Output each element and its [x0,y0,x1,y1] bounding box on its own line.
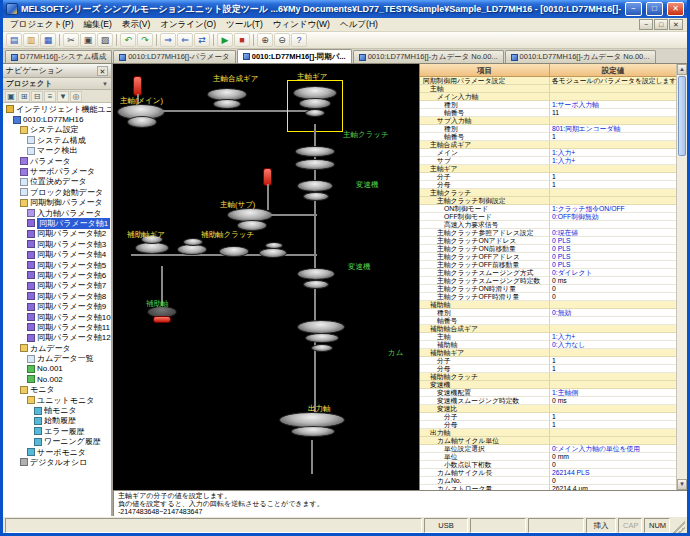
parameter-value[interactable] [550,141,676,149]
parameter-name[interactable]: 分子 [420,357,550,365]
parameter-name[interactable]: 小数点以下桁数 [420,461,550,469]
parameter-value[interactable]: 1 [550,133,676,141]
parameter-name[interactable]: 主軸クラッチ参照アドレス設定 [420,229,550,237]
parameter-value[interactable] [550,189,676,197]
parameter-name[interactable]: 主軸クラッチ制御設定 [420,197,550,205]
open-project-icon[interactable]: ▥ [23,33,39,47]
parameter-setting-icon[interactable]: ▣ [5,91,17,102]
write-to-module-icon[interactable]: ⇒ [160,33,176,47]
parameter-value[interactable] [550,197,676,205]
close-button[interactable]: ✕ [667,2,684,16]
parameter-value[interactable]: 0:OFF制御無効 [550,213,676,221]
scroll-up-icon[interactable]: ▲ [677,64,687,75]
parameter-value[interactable]: 262144 PLS [550,469,676,477]
project-section-bar[interactable]: プロジェクト ▼ [3,78,111,90]
tree-item[interactable]: カムデータ [3,343,111,353]
tree-item[interactable]: 0010:LD77MH16 [3,114,111,124]
parameter-value[interactable] [550,373,676,381]
parameter-name[interactable]: 分母 [420,365,550,373]
parameter-value[interactable]: 1 [550,413,676,421]
tree-item[interactable]: モニタ [3,385,111,395]
new-project-icon[interactable]: ▤ [6,33,22,47]
parameter-value[interactable] [550,405,676,413]
parameter-value[interactable]: 0 PLS [550,261,676,269]
parameter-value[interactable]: 0 [550,461,676,469]
tree-item[interactable]: システム構成 [3,135,111,145]
tree-item[interactable]: 同期パラメータ軸4 [3,249,111,259]
tree-item[interactable]: 同期パラメータ軸11 [3,322,111,332]
save-project-icon[interactable]: ▦ [40,33,56,47]
verify-icon[interactable]: ⇄ [194,33,210,47]
parameter-value[interactable]: 1:主軸側 [550,389,676,397]
parameter-value[interactable]: 801:同期エンコーダ軸 [550,125,676,133]
tree-item[interactable]: 同期パラメータ軸9 [3,301,111,311]
close-navigation-icon[interactable]: ✕ [97,66,108,76]
parameter-value[interactable]: 1:入力+ [550,149,676,157]
parameter-name[interactable]: 高速入力要求信号 [420,221,550,229]
parameter-name[interactable]: 変速機配置 [420,389,550,397]
tree-item[interactable]: 同期パラメータ軸1 [3,218,111,228]
scrollbar-track[interactable] [677,157,687,479]
parameter-name[interactable]: 分子 [420,413,550,421]
tree-item[interactable]: デジタルオシロ [3,457,111,467]
find-icon[interactable]: ◎ [70,91,82,102]
parameter-name[interactable]: 軸番号 [420,133,550,141]
tree-item[interactable]: システム設定 [3,125,111,135]
parameter-name[interactable]: 単位設定選択 [420,445,550,453]
parameter-name[interactable]: 補助軸ギア [420,349,550,357]
parameter-value[interactable] [550,317,676,325]
parameter-value[interactable]: 1 [550,173,676,181]
parameter-name[interactable]: 変速機スムージング時定数 [420,397,550,405]
document-tab[interactable]: 0010:LD77MH16[]-カムデータ No.00... [353,50,504,63]
parameter-value[interactable] [550,85,676,93]
help-icon[interactable]: ? [291,33,307,47]
parameter-name[interactable]: 主軸 [420,333,550,341]
parameter-name[interactable]: 主軸クラッチスムージング時定数 [420,277,550,285]
parameter-name[interactable]: 主軸 [420,85,550,93]
parameter-value[interactable]: 0:現在値 [550,229,676,237]
monitor-stop-icon[interactable]: ■ [234,33,250,47]
parameter-value[interactable]: 1:サーボ入力軸 [550,101,676,109]
parameter-name[interactable]: サブ入力軸 [420,117,550,125]
parameter-name[interactable]: 主軸クラッチ [420,189,550,197]
parameter-name[interactable]: 軸番号 [420,317,550,325]
parameter-name[interactable]: 主軸クラッチOFF時滑り量 [420,293,550,301]
parameter-value[interactable]: 0 ms [550,397,676,405]
filter-icon[interactable]: ▼ [57,91,69,102]
menu-item[interactable]: ヘルプ(H) [335,19,383,31]
parameter-name[interactable]: サブ [420,157,550,165]
parameter-name[interactable]: カム軸サイクル長 [420,469,550,477]
tree-item[interactable]: 始動履歴 [3,416,111,426]
parameter-name[interactable]: 変速機 [420,381,550,389]
tree-item[interactable]: ブロック始動データ [3,187,111,197]
parameter-value[interactable] [550,437,676,445]
parameter-value[interactable]: 1:入力+ [550,157,676,165]
parameter-name[interactable]: 軸番号 [420,109,550,117]
parameter-value[interactable]: 0 ms [550,277,676,285]
parameter-name[interactable]: 分母 [420,181,550,189]
menu-item[interactable]: 編集(E) [79,19,117,31]
parameter-name[interactable]: 補助軸クラッチ [420,373,550,381]
tree-item[interactable]: ユニットモニタ [3,395,111,405]
monitor-start-icon[interactable]: ▶ [217,33,233,47]
parameter-value[interactable]: 0:無効 [550,309,676,317]
parameter-name[interactable]: 主軸ギア [420,165,550,173]
copy-icon[interactable]: ▣ [80,33,96,47]
parameter-name[interactable]: 主軸クラッチOFF前移動量 [420,261,550,269]
mdi-restore-button[interactable]: □ [654,19,668,30]
parameter-name[interactable]: 主軸クラッチON時滑り量 [420,285,550,293]
parameter-value[interactable]: 1 [550,357,676,365]
paste-icon[interactable]: ▨ [97,33,113,47]
zoom-out-icon[interactable]: ⊖ [274,33,290,47]
parameter-value[interactable] [550,221,676,229]
parameter-value[interactable] [550,381,676,389]
zoom-in-icon[interactable]: ⊕ [257,33,273,47]
tree-item[interactable]: 同期パラメータ軸7 [3,281,111,291]
document-tab[interactable]: D77MH16[]-システム構成 [5,50,112,63]
parameter-value[interactable]: 0 [550,477,676,485]
parameter-value[interactable]: 0 PLS [550,245,676,253]
parameter-name[interactable]: 出力軸 [420,429,550,437]
tree-item[interactable]: 入力軸パラメータ [3,208,111,218]
parameter-value[interactable] [550,93,676,101]
parameter-name[interactable]: 分子 [420,173,550,181]
